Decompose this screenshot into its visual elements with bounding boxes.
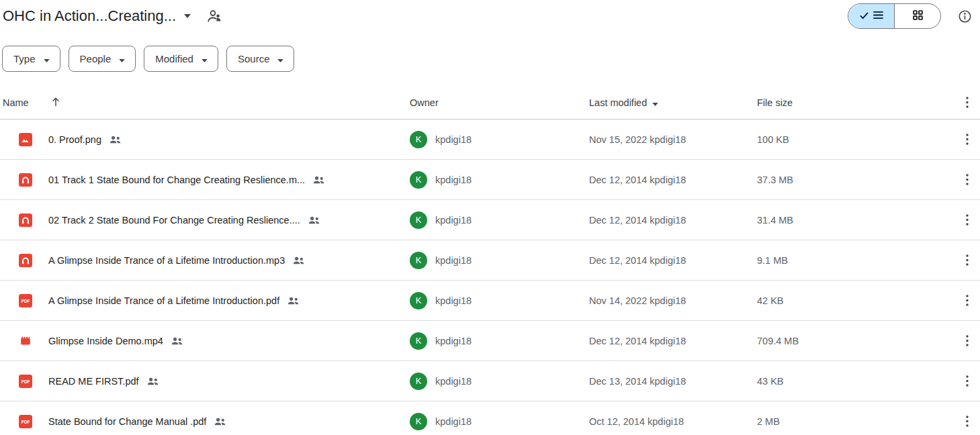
owner-avatar: K [410, 332, 427, 350]
row-more-options-icon[interactable] [962, 250, 973, 270]
file-name: Glimpse Inside Demo.mp4 [48, 336, 163, 346]
file-list: 0. Proof.png K kpdigi18 Nov 15, 2022 kpd… [0, 119, 980, 435]
pdf-file-icon: PDF [19, 415, 32, 428]
file-name: 01 Track 1 State Bound for Change Creati… [48, 175, 305, 185]
list-view-button[interactable] [848, 4, 895, 28]
file-size: 43 KB [757, 376, 954, 387]
owner-name: kpdigi18 [435, 255, 472, 266]
owner-avatar: K [410, 292, 427, 309]
manage-people-icon[interactable] [207, 9, 222, 23]
list-icon [873, 10, 883, 22]
column-header-modified[interactable]: Last modified [589, 97, 757, 108]
chevron-down-icon [202, 53, 208, 64]
owner-name: kpdigi18 [435, 134, 472, 145]
chevron-down-icon [119, 53, 125, 64]
last-modified: Nov 14, 2022 kpdigi18 [589, 295, 757, 306]
table-row[interactable]: PDF A Glimpse Inside Trance of a Lifetim… [0, 281, 980, 321]
last-modified: Dec 12, 2014 kpdigi18 [589, 255, 757, 266]
column-header-owner[interactable]: Owner [410, 97, 589, 108]
row-more-options-icon[interactable] [962, 331, 973, 350]
owner-avatar: K [410, 252, 427, 269]
row-more-options-icon[interactable] [962, 291, 973, 310]
svg-text:PDF: PDF [21, 379, 30, 383]
owner-name: kpdigi18 [435, 215, 472, 226]
column-header-modified-label: Last modified [589, 97, 647, 108]
owner-name: kpdigi18 [435, 416, 472, 427]
caret-down-icon [652, 97, 658, 108]
filter-chip-label: Modified [155, 53, 193, 64]
column-header-name[interactable]: Name [3, 97, 29, 108]
last-modified: Dec 12, 2014 kpdigi18 [589, 175, 757, 185]
column-header-size[interactable]: File size [757, 97, 954, 108]
header-more-options-icon[interactable] [962, 93, 973, 112]
table-row[interactable]: 01 Track 1 State Bound for Change Creati… [0, 160, 980, 200]
owner-avatar: K [410, 413, 427, 430]
row-more-options-icon[interactable] [962, 130, 973, 149]
owner-avatar: K [410, 131, 427, 148]
filter-chip[interactable]: Source [226, 46, 295, 72]
filter-chip[interactable]: People [69, 46, 136, 72]
pdf-file-icon: PDF [19, 294, 32, 307]
audio-file-icon [19, 213, 32, 227]
table-row[interactable]: PDF State Bound for Change Manual .pdf K… [0, 401, 980, 435]
chevron-down-icon [44, 53, 50, 64]
people-shared-icon [214, 418, 226, 426]
file-name: 02 Track 2 State Bound For Change Creati… [48, 215, 300, 226]
owner-avatar: K [410, 373, 427, 390]
file-name: State Bound for Change Manual .pdf [48, 416, 206, 427]
file-size: 2 MB [757, 416, 954, 427]
row-more-options-icon[interactable] [962, 371, 973, 391]
people-shared-icon [147, 377, 159, 385]
chevron-down-icon [277, 53, 283, 64]
video-file-icon [19, 334, 32, 348]
arrow-up-icon[interactable] [51, 97, 60, 109]
filter-chips: Type People Modified Source [2, 46, 980, 72]
people-shared-icon [109, 136, 121, 144]
last-modified: Oct 12, 2014 kpdigi18 [589, 416, 757, 427]
row-more-options-icon[interactable] [962, 210, 973, 230]
file-size: 100 KB [757, 134, 954, 145]
filter-chip-label: Type [13, 53, 36, 64]
table-row[interactable]: PDF READ ME FIRST.pdf K kpdigi18 Dec 13,… [0, 361, 980, 401]
table-row[interactable]: A Glimpse Inside Trance of a Lifetime In… [0, 240, 980, 281]
info-icon[interactable] [956, 7, 973, 25]
file-name: READ ME FIRST.pdf [48, 376, 139, 387]
filter-chip[interactable]: Type [2, 46, 60, 72]
filter-chip-label: People [80, 53, 112, 64]
last-modified: Dec 12, 2014 kpdigi18 [589, 215, 757, 226]
file-name: A Glimpse Inside Trance of a Lifetime In… [48, 295, 279, 306]
caret-down-icon[interactable] [184, 14, 191, 18]
owner-name: kpdigi18 [435, 175, 472, 185]
file-size: 37.3 MB [757, 175, 954, 185]
people-shared-icon [287, 297, 299, 305]
audio-file-icon [19, 173, 32, 187]
last-modified: Dec 12, 2014 kpdigi18 [589, 336, 757, 346]
file-size: 42 KB [757, 295, 954, 306]
audio-file-icon [19, 254, 32, 267]
filter-chip-label: Source [238, 53, 270, 64]
owner-name: kpdigi18 [435, 336, 472, 346]
topbar: OHC in Action...Creating... [0, 0, 980, 32]
pdf-file-icon: PDF [19, 375, 32, 388]
file-name: 0. Proof.png [48, 134, 101, 145]
image-file-icon [19, 133, 32, 146]
owner-name: kpdigi18 [435, 295, 472, 306]
table-row[interactable]: 02 Track 2 State Bound For Change Creati… [0, 200, 980, 240]
file-size: 31.4 MB [757, 215, 954, 226]
view-toggle [848, 3, 941, 29]
row-more-options-icon[interactable] [962, 170, 973, 189]
check-icon [860, 10, 868, 22]
last-modified: Nov 15, 2022 kpdigi18 [589, 134, 757, 145]
folder-title[interactable]: OHC in Action...Creating... [3, 7, 176, 25]
owner-name: kpdigi18 [435, 376, 472, 387]
table-row[interactable]: 0. Proof.png K kpdigi18 Nov 15, 2022 kpd… [0, 119, 980, 160]
owner-avatar: K [410, 211, 427, 229]
svg-text:PDF: PDF [21, 298, 30, 303]
row-more-options-icon[interactable] [962, 412, 973, 431]
grid-view-button[interactable] [895, 4, 940, 28]
table-row[interactable]: Glimpse Inside Demo.mp4 K kpdigi18 Dec 1… [0, 321, 980, 361]
filter-chip[interactable]: Modified [144, 46, 218, 72]
file-name: A Glimpse Inside Trance of a Lifetime In… [48, 255, 285, 266]
file-size: 709.4 MB [757, 336, 954, 346]
grid-icon [913, 10, 923, 23]
